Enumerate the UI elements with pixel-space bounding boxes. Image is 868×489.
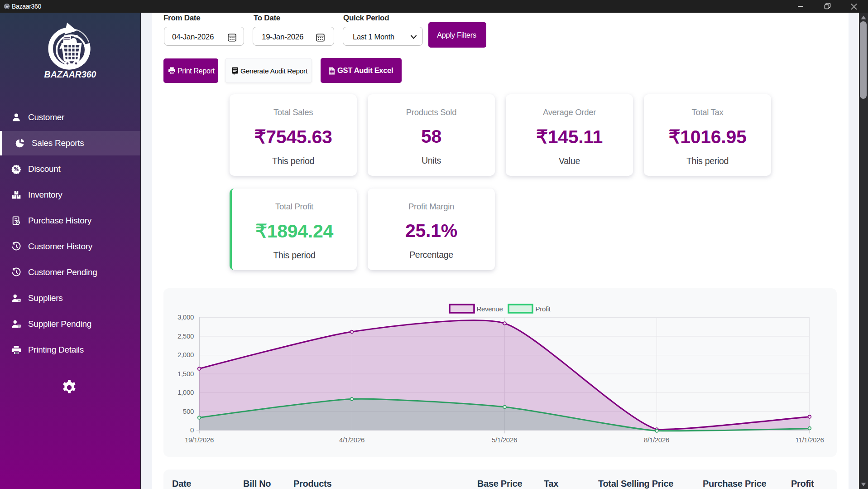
svg-text:19/1/2026: 19/1/2026 bbox=[185, 436, 214, 444]
svg-text:4/1/2026: 4/1/2026 bbox=[339, 436, 364, 444]
svg-text:1,000: 1,000 bbox=[177, 388, 194, 396]
svg-text:Revenue: Revenue bbox=[477, 305, 503, 313]
svg-text:1,500: 1,500 bbox=[177, 370, 194, 378]
svg-text:0: 0 bbox=[190, 426, 194, 434]
svg-text:3,000: 3,000 bbox=[177, 313, 194, 321]
svg-text:11/1/2026: 11/1/2026 bbox=[796, 436, 824, 444]
svg-text:8/1/2026: 8/1/2026 bbox=[644, 436, 669, 444]
svg-text:2,500: 2,500 bbox=[177, 332, 194, 340]
svg-text:2,000: 2,000 bbox=[177, 351, 194, 358]
svg-text:5/1/2026: 5/1/2026 bbox=[492, 436, 517, 444]
svg-text:Profit: Profit bbox=[536, 305, 551, 313]
svg-text:500: 500 bbox=[183, 407, 194, 415]
